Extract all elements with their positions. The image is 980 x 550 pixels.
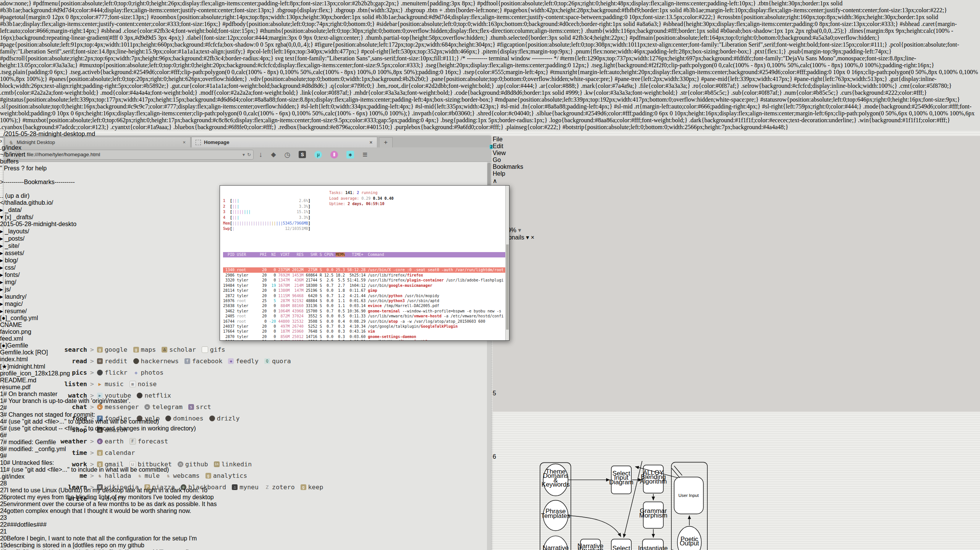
page-number-input[interactable]: 7 — [493, 192, 980, 199]
node-alloy-blending: ALLOYBlendingAlgorithm — [640, 469, 667, 485]
pdf-viewer-window: FileEditViewGoBookmarksHelp ∧ ∨ 7 of 11 … — [493, 136, 980, 412]
menu-view[interactable]: View — [493, 150, 980, 157]
tab-close-icon[interactable]: × — [369, 139, 373, 145]
link-zotero[interactable]: Zzotero — [264, 484, 295, 491]
menu-edit[interactable]: Edit — [493, 143, 980, 150]
tmux-window-3-active[interactable]: ~/b/invert — [0, 151, 229, 158]
zoom-caret-icon: ▾ — [518, 227, 521, 233]
process-row[interactable]: 2870 tyler 20 0 856M 25012 14716 S 0.0 0… — [223, 334, 505, 339]
process-row[interactable]: 3462 tyler 20 0 1064M 43968 15700 S 0.7 … — [223, 309, 505, 314]
thumbnail-label: 4 — [493, 327, 980, 333]
tmux-window-bar: _/2015-05-28-midnight-desktop.md › .g/in… — [0, 131, 229, 165]
reload-icon[interactable]: ↻ — [247, 152, 251, 157]
menu-bookmarks[interactable]: Bookmarks — [493, 163, 980, 170]
url-dropdown-icon[interactable]: ▾ — [243, 152, 245, 157]
page-down-button[interactable]: ∨ — [493, 184, 980, 192]
node-theme-domains: ThemeDomains&Keywords — [542, 468, 570, 489]
tmux-window-1[interactable]: _/2015-05-28-midnight-desktop.md — [0, 131, 229, 138]
thumbnail-page-6[interactable] — [493, 397, 980, 453]
quora-favicon: Q — [264, 358, 270, 364]
figure-svg: ThemeDomains&Keywords PhraseTemplates Na… — [493, 460, 754, 550]
process-row[interactable]: 16744 root 0 -20 44800 32532 3508 S 0.0 … — [223, 319, 505, 324]
node-grammar-morphism: GrammarMorphism — [639, 507, 668, 519]
keep-favicon: g — [301, 484, 306, 490]
process-row[interactable]: 2872 tyler 20 0 1115M 96468 6420 S 0.7 1… — [223, 293, 505, 298]
adblock-asterisk-icon[interactable]: ∗ — [346, 151, 354, 159]
pdf-page: ThemeDomains&Keywords PhraseTemplates Na… — [493, 460, 980, 550]
tmux-buffers-label[interactable]: buffers — [0, 158, 229, 165]
node-select-phrase: SelectPhrase — [611, 545, 631, 550]
history-forward-button[interactable]: › — [493, 212, 980, 219]
download-icon[interactable]: ↓ — [259, 150, 263, 159]
terminal-window: _/2015-05-28-midnight-desktop.md › .g/in… — [0, 131, 229, 550]
pill-extension-icon[interactable]: Ⅱ21 — [330, 151, 338, 159]
process-row[interactable]: 2860 tyler 20 0 542M 21256 9536 S 0.0 0.… — [223, 339, 505, 341]
pdf-toolbar: ∧ ∨ 7 of 11 ‹ › ⊕ 116.89% ▾ — [493, 177, 980, 234]
link-feedly[interactable]: ◆feedly — [228, 358, 259, 365]
history-clock-icon[interactable]: ◷ — [285, 150, 291, 159]
thumbnail-page-5[interactable] — [493, 333, 980, 390]
process-row[interactable]: 16976 root 25 5 287M 92192 48884 S 0.0 1… — [223, 298, 505, 303]
griot-architecture-figure: ThemeDomains&Keywords PhraseTemplates Na… — [493, 460, 980, 550]
nerdtree-pane[interactable]: " Press ? for help >----------Bookmarks-… — [0, 165, 229, 391]
desktop: ♞ Midnight Desktop × Homepage × + ◄ ○ fi… — [0, 131, 980, 550]
menu-help[interactable]: Help — [493, 170, 980, 177]
menu-go[interactable]: Go — [493, 157, 980, 163]
process-row[interactable]: 3320 tyler 20 0 1347M 436M 21744 S 2.6 5… — [223, 278, 505, 283]
thumbnail-page-3[interactable] — [493, 241, 980, 263]
node-user-input: User Input — [678, 493, 699, 498]
process-table-header[interactable]: PID USER PRI NI VIRT RES SHR S CPU% MEM%… — [223, 252, 505, 257]
sidebar-dropdown-icon[interactable]: ▾ — [526, 234, 529, 241]
process-row[interactable]: 1340 root 20 0 2375M 2012M 275M S 0.0 25… — [223, 267, 505, 272]
tmux-window-2[interactable]: .g/index — [0, 144, 229, 151]
htop-scrollbar[interactable] — [505, 186, 509, 340]
scrollbar-thumb[interactable] — [506, 244, 509, 330]
pdf-menubar: FileEditViewGoBookmarksHelp — [493, 136, 980, 177]
zotero-favicon: Z — [264, 484, 270, 490]
myneu-favicon: ∴ — [232, 484, 238, 490]
zoom-select[interactable]: 116.89% ▾ — [493, 226, 980, 234]
thumbnail-label: 5 — [493, 390, 980, 397]
extension-puzzle-icon[interactable]: ◆ — [271, 150, 276, 159]
git-pane-statusline: .git/index — [0, 473, 229, 480]
tmux-separator: › — [0, 138, 229, 144]
new-tab-button[interactable]: + — [379, 137, 393, 147]
node-poetic-output: PoeticOutput — [680, 535, 699, 547]
process-row[interactable]: 2405 root 20 0 872M 37024 3552 S 0.0 0.5… — [223, 314, 505, 319]
htop-window: 1 [||| 2.6%]2 [||| 3.3%]3 [|||||||| 15.1… — [220, 185, 509, 341]
git-status-pane[interactable]: 1# On branch master1# Your branch is up-… — [0, 391, 229, 473]
annotation-crosshair-button[interactable]: ⊕ — [493, 219, 980, 226]
node-instantiate-phrase: InstantiatePhrase — [638, 545, 668, 550]
page-total-label: of 11 — [493, 199, 980, 205]
link-myneu[interactable]: ∴myneu — [232, 484, 259, 491]
history-back-button[interactable]: ‹ — [493, 205, 980, 212]
link-keep[interactable]: gkeep — [301, 484, 323, 491]
menu-hamburger-icon[interactable]: ≡ — [362, 150, 367, 160]
process-table[interactable]: 1340 root 20 0 2375M 2012M 275M S 0.0 25… — [223, 267, 505, 341]
sidebar-close-icon[interactable]: × — [531, 234, 534, 241]
thumbnails-sidebar: Thumbnails ▾ × 3456 — [493, 234, 980, 460]
page-up-button[interactable]: ∧ — [493, 177, 980, 184]
process-row[interactable]: 28114 tyler 20 0 1380M 147M 25196 S 0.0 … — [223, 288, 505, 293]
process-row[interactable]: 17664 tyler 20 0 187M 25960 7648 S 0.0 0… — [223, 329, 505, 334]
menu-file[interactable]: File — [493, 136, 980, 143]
thumbnail-label: 6 — [493, 453, 980, 460]
thumbnail-page-4[interactable] — [493, 270, 980, 327]
scrapbook-icon[interactable]: S — [299, 151, 306, 158]
link-quora[interactable]: Qquora — [264, 358, 291, 365]
process-row[interactable]: 24037 tyler 20 0 497M 26740 5252 S 0.7 0… — [223, 324, 505, 329]
umatrix-icon[interactable]: μ — [314, 151, 322, 159]
thumbnail-label: 3 — [493, 263, 980, 270]
tasks-summary: Tasks: 141; 2 runningLoad average: 0.29 … — [329, 190, 394, 207]
process-row[interactable]: 25838 tyler 20 0 884M 88160 33136 S 0.0 … — [223, 303, 505, 308]
markdown-pane[interactable]: 2827I tend to use Linux (Ubuntu) on my d… — [0, 480, 229, 550]
node-narrative-structure: NarrativeStructure — [543, 544, 569, 550]
process-row[interactable]: 19484 tyler 39 19 1670M 214M 18300 S 0.7… — [223, 283, 505, 288]
process-row[interactable]: 2986 tyler 20 0 7692M 1453M 60864 R 12.5… — [223, 273, 505, 278]
node-narrative-structure-machine: NarrativeStructureMachine — [577, 542, 603, 550]
pdf-page-view: ThemeDomains&Keywords PhraseTemplates Na… — [493, 460, 980, 550]
